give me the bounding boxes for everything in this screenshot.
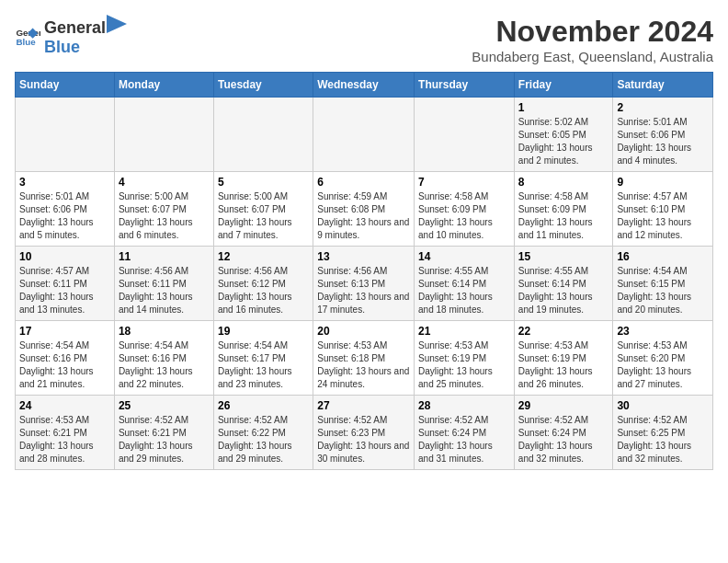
day-number: 23 <box>617 325 709 338</box>
day-detail: Sunrise: 4:58 AM Sunset: 6:09 PM Dayligh… <box>418 190 510 242</box>
day-detail: Sunrise: 4:57 AM Sunset: 6:10 PM Dayligh… <box>617 190 709 242</box>
calendar-cell: 3Sunrise: 5:01 AM Sunset: 6:06 PM Daylig… <box>16 172 115 247</box>
calendar-cell <box>16 98 115 172</box>
week-row-1: 1Sunrise: 5:02 AM Sunset: 6:05 PM Daylig… <box>16 98 713 172</box>
week-row-3: 10Sunrise: 4:57 AM Sunset: 6:11 PM Dayli… <box>16 247 713 321</box>
day-number: 18 <box>119 325 210 338</box>
day-detail: Sunrise: 4:54 AM Sunset: 6:16 PM Dayligh… <box>19 339 110 391</box>
day-number: 4 <box>119 176 210 189</box>
day-number: 13 <box>317 250 410 263</box>
logo-blue-text: Blue <box>44 38 80 56</box>
calendar-cell: 26Sunrise: 4:52 AM Sunset: 6:22 PM Dayli… <box>213 396 313 470</box>
day-detail: Sunrise: 5:00 AM Sunset: 6:07 PM Dayligh… <box>119 190 210 242</box>
day-number: 15 <box>518 250 609 263</box>
weekday-header-monday: Monday <box>114 73 213 98</box>
calendar-cell: 21Sunrise: 4:53 AM Sunset: 6:19 PM Dayli… <box>415 321 515 396</box>
calendar-cell: 16Sunrise: 4:54 AM Sunset: 6:15 PM Dayli… <box>613 247 713 321</box>
day-detail: Sunrise: 4:53 AM Sunset: 6:21 PM Dayligh… <box>19 414 110 465</box>
calendar-cell: 20Sunrise: 4:53 AM Sunset: 6:18 PM Dayli… <box>313 321 415 396</box>
sub-title: Bundaberg East, Queensland, Australia <box>472 49 713 64</box>
calendar-cell: 7Sunrise: 4:58 AM Sunset: 6:09 PM Daylig… <box>415 172 515 247</box>
day-number: 12 <box>218 250 309 263</box>
logo-general-text: General <box>44 18 106 38</box>
main-title: November 2024 <box>472 15 713 49</box>
day-detail: Sunrise: 4:52 AM Sunset: 6:23 PM Dayligh… <box>317 414 410 465</box>
week-row-4: 17Sunrise: 4:54 AM Sunset: 6:16 PM Dayli… <box>16 321 713 396</box>
day-detail: Sunrise: 4:57 AM Sunset: 6:11 PM Dayligh… <box>19 265 110 316</box>
day-detail: Sunrise: 4:58 AM Sunset: 6:09 PM Dayligh… <box>518 190 609 242</box>
day-number: 19 <box>218 325 309 338</box>
day-detail: Sunrise: 4:56 AM Sunset: 6:13 PM Dayligh… <box>317 265 410 316</box>
day-number: 17 <box>19 325 110 338</box>
calendar-cell: 8Sunrise: 4:58 AM Sunset: 6:09 PM Daylig… <box>514 172 613 247</box>
calendar-cell: 9Sunrise: 4:57 AM Sunset: 6:10 PM Daylig… <box>613 172 713 247</box>
day-detail: Sunrise: 4:56 AM Sunset: 6:11 PM Dayligh… <box>119 265 210 316</box>
day-number: 9 <box>617 176 709 189</box>
header: General Blue General Blue November 2024 … <box>15 15 713 64</box>
day-number: 29 <box>518 399 609 412</box>
day-detail: Sunrise: 4:53 AM Sunset: 6:18 PM Dayligh… <box>317 339 410 391</box>
day-number: 27 <box>317 399 410 412</box>
day-detail: Sunrise: 4:54 AM Sunset: 6:15 PM Dayligh… <box>617 265 709 316</box>
day-number: 10 <box>19 250 110 263</box>
day-number: 14 <box>418 250 510 263</box>
logo: General Blue General Blue <box>15 15 128 57</box>
svg-text:Blue: Blue <box>16 37 36 47</box>
day-detail: Sunrise: 4:56 AM Sunset: 6:12 PM Dayligh… <box>218 265 309 316</box>
day-number: 6 <box>317 176 410 189</box>
day-detail: Sunrise: 5:02 AM Sunset: 6:05 PM Dayligh… <box>518 116 609 167</box>
day-detail: Sunrise: 4:52 AM Sunset: 6:24 PM Dayligh… <box>518 414 609 465</box>
calendar-cell: 12Sunrise: 4:56 AM Sunset: 6:12 PM Dayli… <box>213 247 313 321</box>
calendar-cell: 27Sunrise: 4:52 AM Sunset: 6:23 PM Dayli… <box>313 396 415 470</box>
day-detail: Sunrise: 4:53 AM Sunset: 6:19 PM Dayligh… <box>418 339 510 391</box>
day-number: 5 <box>218 176 309 189</box>
calendar-table: SundayMondayTuesdayWednesdayThursdayFrid… <box>15 72 713 470</box>
day-detail: Sunrise: 5:00 AM Sunset: 6:07 PM Dayligh… <box>218 190 309 242</box>
calendar-cell: 6Sunrise: 4:59 AM Sunset: 6:08 PM Daylig… <box>313 172 415 247</box>
calendar-cell: 15Sunrise: 4:55 AM Sunset: 6:14 PM Dayli… <box>514 247 613 321</box>
day-number: 24 <box>19 399 110 412</box>
calendar-cell: 23Sunrise: 4:53 AM Sunset: 6:20 PM Dayli… <box>613 321 713 396</box>
weekday-header-row: SundayMondayTuesdayWednesdayThursdayFrid… <box>16 73 713 98</box>
day-number: 7 <box>418 176 510 189</box>
day-number: 25 <box>119 399 210 412</box>
day-detail: Sunrise: 5:01 AM Sunset: 6:06 PM Dayligh… <box>19 190 110 242</box>
day-number: 30 <box>617 399 709 412</box>
day-number: 22 <box>518 325 609 338</box>
logo-icon: General Blue <box>15 23 40 49</box>
weekday-header-saturday: Saturday <box>613 73 713 98</box>
day-detail: Sunrise: 4:52 AM Sunset: 6:24 PM Dayligh… <box>418 414 510 465</box>
day-number: 16 <box>617 250 709 263</box>
day-detail: Sunrise: 4:55 AM Sunset: 6:14 PM Dayligh… <box>518 265 609 316</box>
day-number: 28 <box>418 399 510 412</box>
calendar-cell: 13Sunrise: 4:56 AM Sunset: 6:13 PM Dayli… <box>313 247 415 321</box>
day-number: 3 <box>19 176 110 189</box>
day-detail: Sunrise: 5:01 AM Sunset: 6:06 PM Dayligh… <box>617 116 709 167</box>
calendar-cell: 19Sunrise: 4:54 AM Sunset: 6:17 PM Dayli… <box>213 321 313 396</box>
day-number: 21 <box>418 325 510 338</box>
weekday-header-wednesday: Wednesday <box>313 73 415 98</box>
day-detail: Sunrise: 4:52 AM Sunset: 6:25 PM Dayligh… <box>617 414 709 465</box>
calendar-cell: 24Sunrise: 4:53 AM Sunset: 6:21 PM Dayli… <box>16 396 115 470</box>
day-detail: Sunrise: 4:54 AM Sunset: 6:17 PM Dayligh… <box>218 339 309 391</box>
calendar-cell: 30Sunrise: 4:52 AM Sunset: 6:25 PM Dayli… <box>613 396 713 470</box>
calendar-cell: 10Sunrise: 4:57 AM Sunset: 6:11 PM Dayli… <box>16 247 115 321</box>
day-detail: Sunrise: 4:53 AM Sunset: 6:19 PM Dayligh… <box>518 339 609 391</box>
day-detail: Sunrise: 4:54 AM Sunset: 6:16 PM Dayligh… <box>119 339 210 391</box>
calendar-cell: 1Sunrise: 5:02 AM Sunset: 6:05 PM Daylig… <box>514 98 613 172</box>
day-detail: Sunrise: 4:59 AM Sunset: 6:08 PM Dayligh… <box>317 190 410 242</box>
calendar-cell: 25Sunrise: 4:52 AM Sunset: 6:21 PM Dayli… <box>114 396 213 470</box>
calendar-cell: 28Sunrise: 4:52 AM Sunset: 6:24 PM Dayli… <box>415 396 515 470</box>
weekday-header-thursday: Thursday <box>415 73 515 98</box>
title-area: November 2024 Bundaberg East, Queensland… <box>472 15 713 64</box>
calendar-cell: 22Sunrise: 4:53 AM Sunset: 6:19 PM Dayli… <box>514 321 613 396</box>
calendar-cell: 2Sunrise: 5:01 AM Sunset: 6:06 PM Daylig… <box>613 98 713 172</box>
weekday-header-friday: Friday <box>514 73 613 98</box>
calendar-cell <box>213 98 313 172</box>
week-row-2: 3Sunrise: 5:01 AM Sunset: 6:06 PM Daylig… <box>16 172 713 247</box>
day-detail: Sunrise: 4:55 AM Sunset: 6:14 PM Dayligh… <box>418 265 510 316</box>
weekday-header-sunday: Sunday <box>16 73 115 98</box>
calendar-cell: 29Sunrise: 4:52 AM Sunset: 6:24 PM Dayli… <box>514 396 613 470</box>
logo-arrow-icon <box>107 15 127 33</box>
weekday-header-tuesday: Tuesday <box>213 73 313 98</box>
